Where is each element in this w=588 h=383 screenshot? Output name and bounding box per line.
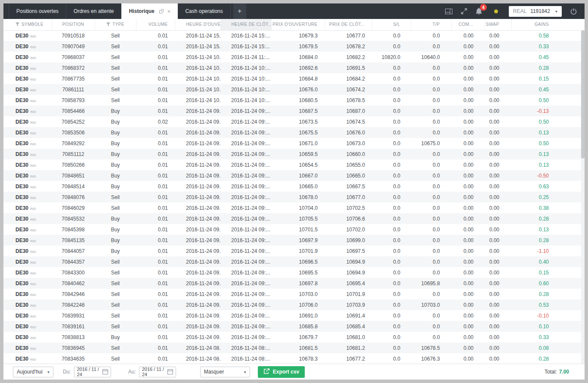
history-row[interactable]: DE30IND70834635Sell0.012016-11-24 08...2… — [3, 353, 581, 364]
cell-type: Sell — [95, 256, 136, 267]
history-row[interactable]: DE30IND70836945Sell0.012016-11-24 08...2… — [3, 343, 581, 353]
cell-swap: 0.00 — [485, 310, 511, 321]
history-row[interactable]: DE30IND70840462Sell0.012016-11-24 09...2… — [3, 278, 581, 289]
column-header-com[interactable]: COM... — [451, 19, 485, 30]
cell-sl: 0.0 — [372, 235, 411, 246]
history-row[interactable]: DE30IND70854466Buy0.012016-11-24 09...20… — [3, 106, 581, 116]
history-row[interactable]: DE30IND70838813Buy0.012016-11-24 09...20… — [3, 332, 581, 343]
layout-icon[interactable] — [445, 9, 452, 14]
cell-tp: 0.0 — [411, 289, 451, 299]
cell-type: Buy — [95, 138, 136, 149]
history-row[interactable]: DE30IND70846029Sell0.012016-11-24 09...2… — [3, 202, 581, 213]
close-tab-icon[interactable]: × — [167, 9, 171, 14]
cell-position: 70848076 — [52, 192, 95, 202]
symbol-suffix: IND — [30, 347, 36, 351]
tab-ordres-en-attente[interactable]: Ordres en attente — [66, 3, 121, 19]
cell-swap: 0.00 — [485, 235, 511, 246]
history-row[interactable]: DE30IND70848651Buy0.012016-11-24 09...20… — [3, 170, 581, 181]
cell-close_price: 10684.2 — [325, 73, 372, 84]
column-header-volume[interactable]: VOLUME — [136, 19, 175, 30]
to-date-input[interactable]: 2016 / 11 / 24 — [139, 367, 176, 377]
tab-label: Cash operations — [185, 8, 223, 14]
history-row[interactable]: DE30IND70848514Buy0.012016-11-24 09...20… — [3, 181, 581, 192]
history-row[interactable]: DE30IND70867735Sell0.012016-11-24 10...2… — [3, 73, 581, 84]
cell-open_time: 2016-11-24 09... — [175, 170, 220, 181]
history-row[interactable]: DE30IND70842246Sell0.012016-11-24 09...2… — [3, 299, 581, 310]
tab-historique[interactable]: Historique× — [121, 3, 178, 19]
period-select[interactable]: Aujourd'hui ▾ — [13, 367, 53, 377]
cell-close_time: 2016-11-24 09:... — [220, 116, 271, 127]
filter-icon[interactable] — [15, 22, 19, 27]
history-row[interactable]: DE30IND70844057Buy0.012016-11-24 09...20… — [3, 246, 581, 256]
history-row[interactable]: DE30IND70839931Sell0.012016-11-24 09...2… — [3, 310, 581, 321]
cell-sl: 0.0 — [372, 73, 411, 84]
account-selector[interactable]: REAL 1191842 ▾ — [509, 6, 562, 17]
history-row[interactable]: DE30IND70848076Sell0.012016-11-24 09...2… — [3, 192, 581, 202]
calendar-icon[interactable] — [167, 369, 173, 375]
cell-position: 70844357 — [52, 256, 95, 267]
history-row[interactable]: DE30IND70861111Sell0.012016-11-24 10...2… — [3, 84, 581, 95]
visibility-select[interactable]: Masquer ▾ — [200, 367, 250, 377]
cell-symbol: DE30IND — [3, 127, 52, 138]
cell-gains: 0.50 — [511, 95, 581, 106]
cell-volume: 0.01 — [136, 267, 175, 278]
filter-icon[interactable] — [106, 22, 110, 27]
cell-position: 70834635 — [52, 353, 95, 364]
column-header-tp[interactable]: T/P — [411, 19, 451, 30]
history-row[interactable]: DE30IND70842946Sell0.012016-11-24 09...2… — [3, 289, 581, 299]
vertical-scrollbar[interactable] — [581, 30, 585, 364]
cell-close_time: 2016-11-24 15:... — [220, 30, 271, 41]
notifications-bell-icon[interactable]: 4 — [476, 8, 482, 15]
history-row[interactable]: DE30IND70868037Sell0.012016-11-24 10...2… — [3, 52, 581, 62]
cell-position: 70851112 — [52, 149, 95, 159]
cell-close_price: 10691.4 — [325, 310, 372, 321]
history-row[interactable]: DE30IND70907049Sell0.012016-11-24 15...2… — [3, 41, 581, 52]
history-row[interactable]: DE30IND70839161Sell0.012016-11-24 09...2… — [3, 321, 581, 332]
history-row[interactable]: DE30IND70858793Sell0.012016-11-24 10...2… — [3, 95, 581, 106]
tab-cash-operations[interactable]: Cash operations — [178, 3, 230, 19]
history-row[interactable]: DE30IND70844357Sell0.012016-11-24 09...2… — [3, 256, 581, 267]
cell-volume: 0.02 — [136, 116, 175, 127]
column-header-type[interactable]: TYPE — [95, 19, 136, 30]
column-header-close_time[interactable]: HEURE DE CLÔT... — [220, 19, 271, 30]
column-header-symbol[interactable]: SYMBOLE — [3, 19, 52, 30]
column-header-close_price[interactable]: PRIX DE CLÔT... — [325, 19, 372, 30]
cell-symbol: DE30IND — [3, 310, 52, 321]
cell-open_price: 10706.0 — [271, 299, 325, 310]
history-row[interactable]: DE30IND70845532Buy0.012016-11-24 09...20… — [3, 213, 581, 224]
column-header-gains[interactable]: GAINS — [511, 19, 581, 30]
column-header-sl[interactable]: S/L — [372, 19, 411, 30]
history-row[interactable]: DE30IND70845135Buy0.012016-11-24 09...20… — [3, 235, 581, 246]
history-row[interactable]: DE30IND70851112Buy0.012016-11-24 09...20… — [3, 149, 581, 159]
column-label: HEURE D'OUVE... — [186, 22, 221, 27]
history-row[interactable]: DE30IND70868372Sell0.012016-11-24 10...2… — [3, 62, 581, 73]
column-header-open_price[interactable]: PRIX D'OUVERTURE — [271, 19, 325, 30]
column-header-position[interactable]: POSITION — [52, 19, 95, 30]
history-row[interactable]: DE30IND70853506Buy0.012016-11-24 09...20… — [3, 127, 581, 138]
cell-close_time: 2016-11-24 09:... — [220, 256, 271, 267]
cell-symbol: DE30IND — [3, 213, 52, 224]
history-row[interactable]: DE30IND70854252Buy0.022016-11-24 09...20… — [3, 116, 581, 127]
column-header-swap[interactable]: SWAP — [485, 19, 511, 30]
tab-positions-ouvertes[interactable]: Positions ouvertes — [9, 3, 66, 19]
power-icon[interactable] — [570, 8, 577, 15]
history-row[interactable]: DE30IND70910518Sell0.012016-11-24 15...2… — [3, 30, 581, 41]
history-row[interactable]: DE30IND70843300Sell0.012016-11-24 09...2… — [3, 267, 581, 278]
from-date-input[interactable]: 2016 / 11 / 24 — [74, 367, 111, 377]
popout-icon[interactable] — [159, 9, 164, 13]
fullscreen-icon[interactable] — [461, 8, 467, 14]
export-csv-button[interactable]: Export csv — [258, 366, 305, 378]
history-row[interactable]: DE30IND70849292Buy0.012016-11-24 09...20… — [3, 138, 581, 149]
symbol-name: DE30 — [15, 140, 28, 146]
cell-open_price: 10679.3 — [271, 30, 325, 41]
history-row[interactable]: DE30IND70845398Buy0.012016-11-24 09...20… — [3, 224, 581, 235]
column-header-open_time[interactable]: HEURE D'OUVE... — [175, 19, 220, 30]
scrollbar-thumb[interactable] — [581, 30, 585, 159]
cell-volume: 0.01 — [136, 213, 175, 224]
cell-type: Sell — [95, 299, 136, 310]
calendar-icon[interactable] — [102, 369, 108, 375]
cell-gains: 0.13 — [511, 224, 581, 235]
history-row[interactable]: DE30IND70850266Buy0.012016-11-24 09...20… — [3, 159, 581, 170]
account-type: REAL — [513, 8, 526, 14]
add-tab-button[interactable]: + — [233, 3, 246, 19]
